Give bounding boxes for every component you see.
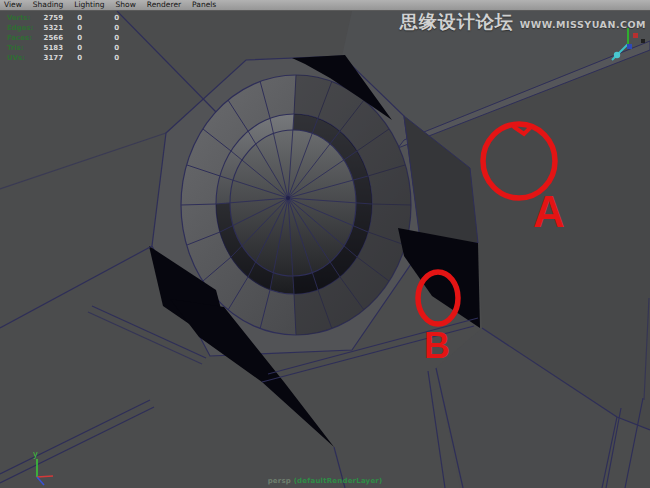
- hud-value: 5183: [37, 44, 63, 52]
- annotation-label-a: A: [533, 187, 565, 236]
- hud-poly-count: Verts: 2759 0 0 Edges: 5321 0 0 Faces: 2…: [7, 13, 119, 63]
- watermark: 思缘设计论坛 WWW.MISSYUAN.COM: [400, 10, 646, 34]
- camera-name: persp: [268, 477, 291, 485]
- hud-value: 5321: [37, 24, 63, 32]
- camera-label: persp (defaultRenderLayer): [0, 477, 650, 485]
- hud-label: Verts:: [7, 14, 37, 22]
- hud-row-verts: Verts: 2759 0 0: [7, 13, 119, 23]
- menu-lighting[interactable]: Lighting: [74, 0, 104, 10]
- hud-value: 0: [82, 44, 119, 52]
- menu-view[interactable]: View: [4, 0, 22, 10]
- hud-row-edges: Edges: 5321 0 0: [7, 23, 119, 33]
- menu-renderer[interactable]: Renderer: [147, 0, 181, 10]
- watermark-site-name: 思缘设计论坛: [400, 10, 514, 34]
- hud-value: 0: [82, 54, 119, 62]
- hud-value: 0: [82, 34, 119, 42]
- watermark-site-url: WWW.MISSYUAN.COM: [520, 19, 646, 30]
- hud-value: 0: [63, 44, 82, 52]
- annotation-label-b: B: [424, 325, 450, 366]
- hud-value: 0: [63, 14, 82, 22]
- hud-value: 0: [63, 54, 82, 62]
- hud-value: 3177: [37, 54, 63, 62]
- scene-canvas: y A B: [0, 11, 650, 488]
- hud-value: 0: [82, 14, 119, 22]
- hud-value: 2759: [37, 14, 63, 22]
- menu-shading[interactable]: Shading: [33, 0, 63, 10]
- hud-label: Edges:: [7, 24, 37, 32]
- hud-value: 0: [82, 24, 119, 32]
- hud-value: 0: [63, 24, 82, 32]
- axis-y-label: y: [33, 450, 38, 459]
- render-layer: (defaultRenderLayer): [294, 477, 383, 485]
- hud-label: Tris:: [7, 44, 37, 52]
- hud-row-faces: Faces: 2566 0 0: [7, 33, 119, 43]
- viewport-3d[interactable]: y A B: [0, 11, 650, 488]
- hud-label: Faces:: [7, 34, 37, 42]
- hud-row-tris: Tris: 5183 0 0: [7, 43, 119, 53]
- hud-value: 2566: [37, 34, 63, 42]
- maya-viewport-window: View Shading Lighting Show Renderer Pane…: [0, 0, 650, 488]
- hud-value: 0: [63, 34, 82, 42]
- menu-show[interactable]: Show: [116, 0, 136, 10]
- menu-panels[interactable]: Panels: [192, 0, 216, 10]
- hud-row-uvs: UVs: 3177 0 0: [7, 53, 119, 63]
- hud-label: UVs:: [7, 54, 37, 62]
